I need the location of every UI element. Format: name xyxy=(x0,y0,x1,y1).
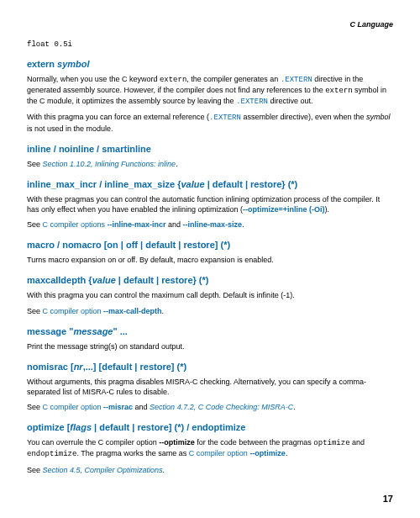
heading-macro: macro / nomacro [on | off | default | re… xyxy=(27,240,393,250)
para-nomisrac-1: Without arguments, this pragma disables … xyxy=(27,377,393,397)
text: assembler directive), even when the xyxy=(241,113,366,121)
heading-text: | default | restore} (*) xyxy=(116,275,209,285)
text: See xyxy=(27,307,43,315)
heading-value: message xyxy=(73,326,113,336)
bold-optimize: --optimize xyxy=(159,438,195,447)
heading-text: | default | restore} (*) xyxy=(205,179,298,189)
breadcrumb: C Language xyxy=(27,20,393,29)
text: ). xyxy=(325,205,330,214)
heading-text: nomisrac [ xyxy=(27,362,74,372)
directive-extern: .EXTERN xyxy=(209,114,241,122)
link-inline-max-incr[interactable]: --inline-max-incr xyxy=(108,220,166,229)
link-max-call-depth[interactable]: --max-call-depth xyxy=(103,307,162,315)
heading-extern-symbol: symbol xyxy=(55,59,90,69)
text: for the code between the pragmas xyxy=(195,438,314,447)
text: See xyxy=(27,403,43,411)
text: See xyxy=(27,466,43,474)
link-section-inlining[interactable]: Section 1.10.2, Inlining Functions: inli… xyxy=(43,160,176,168)
text: . xyxy=(163,466,165,474)
heading-inline-max: inline_max_incr / inline_max_size {value… xyxy=(27,179,393,189)
code-sample-float: float 0.5i xyxy=(27,40,393,49)
para-nomisrac-2: See C compiler option --misrac and Secti… xyxy=(27,402,393,412)
directive-extern: .EXTERN xyxy=(236,98,268,106)
text: is not used in the module. xyxy=(27,124,113,133)
heading-value: value xyxy=(181,179,204,189)
para-maxcall-1: With this pragma you can control the max… xyxy=(27,290,393,300)
text: See xyxy=(27,220,43,229)
heading-text: optimize [ xyxy=(27,422,70,432)
text: . xyxy=(162,307,165,315)
heading-text: | default | restore] (*) / endoptimize xyxy=(92,422,245,432)
heading-message: message "message" ... xyxy=(27,326,393,336)
para-extern-2: With this pragma you can force an extern… xyxy=(27,112,393,133)
link-optimize[interactable]: --optimize xyxy=(249,449,286,457)
symbol-placeholder: symbol xyxy=(366,113,391,121)
text: , the compiler generates an xyxy=(186,75,281,83)
text: directive out. xyxy=(268,97,313,105)
para-extern-1: Normally, when you use the C keyword ext… xyxy=(27,74,393,107)
keyword-optimize: optimize xyxy=(313,439,349,447)
para-optimize-1: You can overrule the C compiler option -… xyxy=(27,437,393,459)
heading-value: nr xyxy=(74,362,83,372)
heading-extern: extern symbol xyxy=(27,59,393,69)
link-misrac[interactable]: --misrac xyxy=(103,403,133,411)
heading-text: message " xyxy=(27,326,73,336)
link-section-misrac[interactable]: Section 4.7.2, C Code Checking: MISRA-C xyxy=(150,403,293,411)
para-inline-max-2: See C compiler options --inline-max-incr… xyxy=(27,219,393,230)
para-message: Print the message string(s) on standard … xyxy=(27,341,393,352)
page-container: C Language float 0.5i extern symbol Norm… xyxy=(0,0,420,518)
heading-text: ,...] [default | restore] (*) xyxy=(83,362,186,372)
text: . xyxy=(286,449,288,457)
text: and xyxy=(166,220,183,229)
text: . The pragma works the same as xyxy=(76,449,188,457)
heading-text: maxcalldepth { xyxy=(27,275,92,285)
link-section-compiler-opt[interactable]: Section 4.5, Compiler Optimizations xyxy=(43,466,163,474)
heading-text: " ... xyxy=(113,326,127,336)
directive-extern: .EXTERN xyxy=(281,76,312,84)
heading-inline: inline / noinline / smartinline xyxy=(27,144,393,154)
link-optimize-inline[interactable]: --optimize=+inline (-Oi) xyxy=(243,205,325,214)
text: and xyxy=(133,403,150,411)
heading-maxcalldepth: maxcalldepth {value | default | restore}… xyxy=(27,275,393,285)
heading-text: inline_max_incr / inline_max_size { xyxy=(27,179,181,189)
para-macro: Turns macro expansion on or off. By defa… xyxy=(27,255,393,265)
para-inline-max-1: With these pragmas you can control the a… xyxy=(27,194,393,214)
keyword-extern: extern xyxy=(325,87,352,95)
heading-extern-keyword: extern xyxy=(27,59,55,69)
link-compiler-option[interactable]: C compiler option xyxy=(43,403,102,411)
text: See xyxy=(27,160,43,168)
para-optimize-2: See Section 4.5, Compiler Optimizations. xyxy=(27,465,393,475)
link-compiler-options[interactable]: C compiler options xyxy=(43,220,106,229)
para-maxcall-2: See C compiler option --max-call-depth. xyxy=(27,306,393,316)
text: and xyxy=(350,438,365,447)
link-inline-max-size[interactable]: --inline-max-size xyxy=(183,220,243,229)
text: . xyxy=(176,160,178,168)
link-compiler-option[interactable]: C compiler option xyxy=(43,307,102,315)
text: Normally, when you use the C keyword xyxy=(27,75,160,83)
keyword-extern: extern xyxy=(160,76,186,84)
heading-value: value xyxy=(92,275,116,285)
heading-value: flags xyxy=(70,422,92,432)
text: . xyxy=(293,403,296,411)
text: You can overrule the C compiler option xyxy=(27,438,159,447)
page-number: 17 xyxy=(27,494,393,504)
heading-optimize: optimize [flags | default | restore] (*)… xyxy=(27,422,393,432)
text: . xyxy=(242,220,244,229)
link-compiler-option[interactable]: C compiler option xyxy=(189,449,248,457)
para-inline: See Section 1.10.2, Inlining Functions: … xyxy=(27,159,393,169)
heading-nomisrac: nomisrac [nr,...] [default | restore] (*… xyxy=(27,362,393,372)
keyword-endoptimize: endoptimize xyxy=(27,450,76,458)
text: With this pragma you can force an extern… xyxy=(27,113,209,121)
